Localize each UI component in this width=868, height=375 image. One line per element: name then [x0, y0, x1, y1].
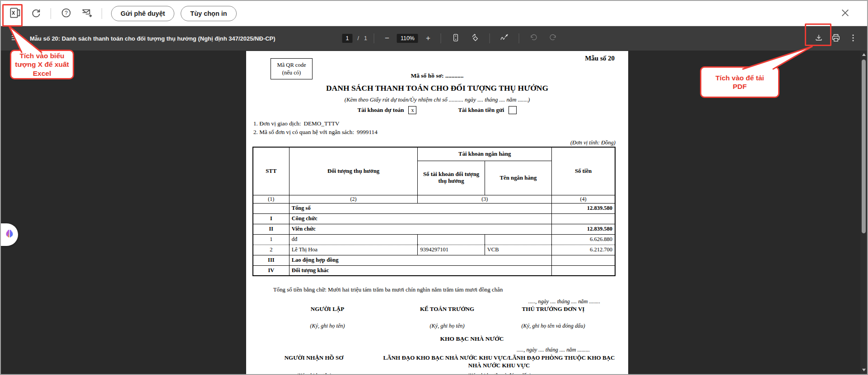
close-button[interactable]	[836, 5, 854, 22]
amount-in-words: Tổng số tiền bằng chữ: Mười hai triệu tá…	[273, 287, 607, 293]
print-button[interactable]	[828, 31, 844, 46]
payment-table: STT Đối tượng thụ hưởng Tài khoản ngân h…	[252, 147, 616, 276]
print-icon	[831, 33, 841, 44]
help-button[interactable]: ?	[57, 5, 75, 22]
brain-extension-icon	[4, 228, 15, 241]
excel-callout: Tích vào biểu tượng X để xuất Excel	[10, 50, 74, 79]
export-excel-button[interactable]	[6, 5, 23, 22]
currency-unit-note: (Đơn vị tính: Đồng)	[570, 139, 616, 146]
table-row-section-3: III Lao động hợp đồng	[253, 255, 615, 265]
form-code: Mẫu số 20	[585, 55, 615, 62]
hamburger-menu-icon	[11, 33, 19, 43]
pdf-menu-button[interactable]	[7, 31, 23, 46]
table-row-detail-2: 2 Lê Thị Hoa 9394297101 VCB 6.212.700	[253, 245, 615, 255]
scrollbar-up-arrow[interactable]	[860, 51, 867, 58]
undo-button[interactable]	[526, 31, 541, 46]
col-header-amount: Số tiền	[552, 147, 615, 195]
toolbar-divider	[441, 33, 441, 43]
col-header-bank-group: Tài khoản ngân hàng	[418, 147, 552, 161]
signature-document-receiver: NGƯỜI NHẬN HỒ SƠ (Ký, ghi họ tên)	[269, 354, 359, 374]
print-options-button[interactable]: Tùy chọn in	[181, 6, 236, 21]
col-header-account: Số tài khoản đối tượng thụ hưởng	[418, 161, 485, 195]
dossier-number-line: Mã số hồ sơ: ............	[246, 72, 628, 79]
fit-page-icon	[451, 33, 460, 44]
treasury-block: KHO BẠC NHÀ NƯỚC ....., ngày .... tháng …	[246, 335, 628, 374]
extension-fab[interactable]	[1, 223, 18, 246]
table-row-section-2: II Viên chức 12.839.580	[253, 224, 615, 234]
top-toolbar: ? Gửi phê duyệt Tùy chọn in	[1, 1, 867, 26]
treasury-date-line: ....., ngày .... tháng .... năm ........…	[481, 347, 625, 353]
transaction-unit-value: DEMO_TTTV	[301, 120, 340, 127]
ink-draw-icon	[499, 33, 509, 44]
document-subtitle: (Kèm theo Giấy rút dự toán/Ủy nhiệm chi …	[246, 97, 628, 103]
pdf-callout: Tích vào để tải PDF	[700, 66, 779, 98]
table-row-section-1: I Công chức	[253, 213, 615, 224]
download-button[interactable]	[811, 31, 826, 46]
excel-export-icon	[9, 7, 21, 20]
budget-relation-code-value: 9999114	[354, 129, 378, 135]
signature-treasury-leader: LÃNH ĐẠO KHO BẠC NHÀ NƯỚC KHU VỰC/LÃNH Đ…	[379, 354, 619, 374]
page-total: 1	[364, 35, 367, 42]
undo-icon	[529, 33, 538, 44]
deposit-account-label: Tài khoản tiền gửi	[458, 106, 504, 114]
col-header-stt: STT	[253, 147, 289, 195]
zoom-in-button[interactable]: +	[422, 34, 434, 43]
more-options-icon	[849, 33, 858, 44]
budget-account-label: Tài khoản dự toán	[358, 106, 404, 114]
toolbar-divider	[51, 8, 51, 19]
zoom-out-button[interactable]: −	[381, 34, 393, 43]
signature-chief-accountant: KẾ TOÁN TRƯỞNG (Ký, ghi họ tên)	[391, 306, 504, 329]
page-separator: /	[356, 35, 359, 42]
approve-button[interactable]: Gửi phê duyệt	[111, 6, 174, 21]
table-row-total: Tổng số 12.839.580	[253, 203, 615, 213]
account-type-line: Tài khoản dự toán x Tài khoản tiền gửi	[246, 106, 628, 114]
col-header-beneficiary: Đối tượng thụ hưởng	[289, 147, 418, 195]
pdf-page: Mã QR code (nếu có) Mẫu số 20 Mã số hồ s…	[246, 51, 628, 374]
page-number-input[interactable]: 1	[342, 34, 353, 43]
budget-account-checkbox: x	[408, 106, 416, 114]
toolbar-divider	[374, 33, 374, 43]
document-title: DANH SÁCH THANH TOÁN CHO ĐỐI TƯỢNG THỤ H…	[246, 83, 628, 93]
refresh-icon	[30, 7, 42, 20]
deposit-account-checkbox	[509, 106, 517, 114]
rotate-icon	[470, 33, 480, 44]
fit-page-button[interactable]	[448, 31, 463, 46]
signature-date-line: ....., ngày .... tháng .... năm ........	[528, 298, 600, 305]
send-mail-button[interactable]	[78, 5, 95, 22]
col-header-bank-name: Tên ngân hàng	[485, 161, 551, 195]
pdf-document-title: Mẫu số 20: Danh sách thanh toán cho đối …	[30, 35, 275, 42]
table-index-row: (1) (2) (3) (4)	[253, 195, 615, 203]
draw-ink-button[interactable]	[497, 31, 512, 46]
download-icon	[814, 33, 824, 44]
budget-relation-code-line: 2. Mã số đơn vị có quan hệ với ngân sách…	[253, 129, 378, 136]
vertical-scrollbar[interactable]	[860, 51, 867, 374]
redo-button[interactable]	[546, 31, 561, 46]
zoom-level[interactable]: 110%	[397, 34, 418, 43]
toolbar-divider	[490, 33, 490, 43]
treasury-title: KHO BẠC NHÀ NƯỚC	[382, 335, 562, 343]
close-icon	[840, 8, 850, 19]
transaction-unit-line: 1. Đơn vị giao dịch:DEMO_TTTV	[253, 120, 340, 127]
more-options-button[interactable]	[845, 31, 861, 46]
pdf-toolbar: Mẫu số 20: Danh sách thanh toán cho đối …	[1, 26, 867, 51]
toolbar-divider	[519, 33, 519, 43]
send-mail-icon	[81, 7, 93, 20]
svg-text:?: ?	[65, 9, 68, 16]
rotate-button[interactable]	[467, 31, 483, 46]
table-row-section-4: IV Đối tượng khác	[253, 265, 615, 276]
signature-unit-head: THỦ TRƯỞNG ĐƠN VỊ (Ký, ghi họ tên và đón…	[490, 306, 616, 329]
app-window: ? Gửi phê duyệt Tùy chọn in	[0, 0, 868, 375]
refresh-button[interactable]	[27, 5, 44, 22]
help-icon: ?	[61, 7, 72, 20]
signature-preparer: NGƯỜI LẬP (Ký, ghi họ tên)	[273, 306, 382, 329]
signature-block: ....., ngày .... tháng .... năm ........…	[246, 298, 628, 330]
redo-icon	[549, 33, 558, 44]
scrollbar-thumb[interactable]	[862, 60, 866, 233]
table-row-detail-1: 1 dđ 6.626.880	[253, 234, 615, 245]
scrollbar-down-arrow[interactable]	[860, 366, 867, 374]
pdf-viewer-area: Mã QR code (nếu có) Mẫu số 20 Mã số hồ s…	[1, 51, 867, 374]
toolbar-divider	[102, 8, 102, 19]
